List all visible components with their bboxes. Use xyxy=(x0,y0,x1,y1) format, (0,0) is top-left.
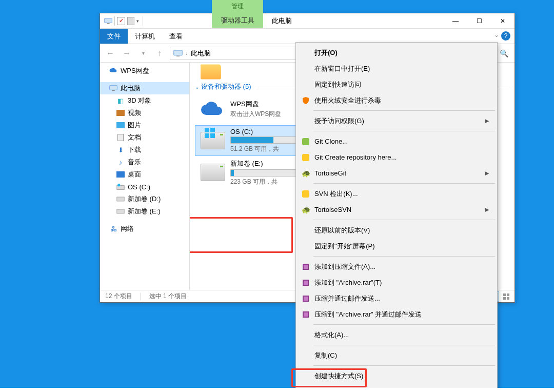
context-menu-label: Git Create repository here... xyxy=(314,153,397,161)
context-menu-item[interactable]: 添加到压缩文件(A)... xyxy=(297,259,496,275)
ribbon-collapse-icon[interactable]: ⌄ xyxy=(494,31,499,38)
drive-usage-bar xyxy=(230,169,302,177)
context-menu-label: 固定到快速访问 xyxy=(314,80,361,89)
context-menu-item[interactable]: 固定到快速访问 xyxy=(297,76,496,92)
cloud-large-icon xyxy=(200,96,226,121)
disk-icon xyxy=(116,207,125,215)
context-menu-item[interactable]: Git Create repository here... xyxy=(297,149,496,165)
context-menu-label: 授予访问权限(G) xyxy=(314,116,364,126)
context-menu-item[interactable]: 🐢TortoiseSVN▶ xyxy=(297,202,496,218)
annotation-highlight-drive xyxy=(190,217,293,253)
context-menu-label: 压缩并通过邮件发送... xyxy=(314,294,380,303)
back-button[interactable]: ← xyxy=(104,47,116,60)
svg-rect-8 xyxy=(117,197,124,201)
help-button[interactable]: ? xyxy=(501,31,510,41)
qat-file-icon[interactable] xyxy=(127,17,134,25)
ribbon-context-tab-manage[interactable]: 驱动器工具 xyxy=(212,0,263,28)
context-menu-label: 还原以前的版本(V) xyxy=(314,226,370,235)
svg-rect-20 xyxy=(503,293,506,296)
sidebar-item[interactable]: ⬇下载 xyxy=(100,144,189,156)
context-menu-item[interactable]: 🐢TortoiseGit▶ xyxy=(297,165,496,181)
ribbon-tab-computer[interactable]: 计算机 xyxy=(128,29,162,44)
taskbar-edge xyxy=(0,388,554,392)
context-menu-item[interactable]: 复制(C) xyxy=(297,347,496,363)
svg-rect-0 xyxy=(105,18,112,23)
svg-rect-1 xyxy=(107,23,109,24)
context-menu: 打开(O)在新窗口中打开(E)固定到快速访问使用火绒安全进行杀毒授予访问权限(G… xyxy=(295,42,498,392)
context-menu-item[interactable]: 压缩并通过邮件发送... xyxy=(297,290,496,306)
ribbon-tab-view[interactable]: 查看 xyxy=(162,29,190,44)
history-chevron[interactable]: ▾ xyxy=(137,47,149,60)
sidebar-item[interactable]: ♪音乐 xyxy=(100,156,189,168)
context-menu-item[interactable]: Git Clone... xyxy=(297,133,496,149)
sidebar-item[interactable]: 新加卷 (D:) xyxy=(100,193,189,205)
sidebar-item[interactable]: 桌面 xyxy=(100,168,189,181)
context-menu-item[interactable]: 固定到"开始"屏幕(P) xyxy=(297,238,496,254)
forward-button[interactable]: → xyxy=(121,47,133,60)
qat-checkbox-icon[interactable]: ✔ xyxy=(117,17,125,25)
minimize-button[interactable]: — xyxy=(444,13,467,29)
up-button[interactable]: ↑ xyxy=(153,47,166,60)
context-menu-item[interactable]: 使用火绒安全进行杀毒 xyxy=(297,92,496,108)
svg-rect-2 xyxy=(174,50,183,55)
rar-icon xyxy=(301,310,310,319)
folder-preview-icon xyxy=(201,65,221,80)
svg-rect-16 xyxy=(210,133,215,138)
sidebar-item[interactable]: 图片 xyxy=(100,119,189,131)
close-button[interactable]: ✕ xyxy=(491,13,515,29)
context-menu-item[interactable]: 添加到 "Archive.rar"(T) xyxy=(297,275,496,290)
sidebar-item[interactable]: 此电脑 xyxy=(100,82,189,94)
search-icon[interactable]: 🔍 xyxy=(497,47,510,60)
cloud-blue-icon xyxy=(109,67,117,75)
ribbon-tab-drive-tools-label: 驱动器工具 xyxy=(221,16,254,25)
sidebar-item[interactable]: 文档 xyxy=(100,131,189,144)
context-menu-item[interactable]: 打开(O) xyxy=(297,45,496,61)
status-selection: 选中 1 个项目 xyxy=(149,292,187,301)
context-menu-label: 压缩到 "Archive.rar" 并通过邮件发送 xyxy=(314,310,422,319)
sidebar-item[interactable]: ◧3D 对象 xyxy=(100,94,189,107)
view-tiles-icon[interactable] xyxy=(501,291,511,302)
pc-icon xyxy=(104,17,112,25)
qat-dropdown-icon[interactable]: ▾ xyxy=(136,18,139,24)
svg-rect-21 xyxy=(507,293,509,296)
rar-icon xyxy=(301,278,310,287)
context-menu-item[interactable]: SVN 检出(K)... xyxy=(297,186,496,202)
context-menu-item[interactable]: 压缩到 "Archive.rar" 并通过邮件发送 xyxy=(297,306,496,322)
pc-icon xyxy=(173,50,183,57)
context-menu-item[interactable]: 创建快捷方式(S) xyxy=(297,368,496,384)
doc-icon xyxy=(116,133,125,142)
breadcrumb-separator: › xyxy=(186,50,188,56)
svn-checkout-icon xyxy=(301,189,310,199)
music-icon: ♪ xyxy=(116,158,125,166)
sidebar-item-label: 下载 xyxy=(128,145,141,154)
context-menu-label: 复制(C) xyxy=(314,351,337,360)
context-menu-separator xyxy=(313,220,495,220)
sidebar-item[interactable]: OS (C:) xyxy=(100,181,189,193)
window-title: 此电脑 xyxy=(272,16,292,26)
sidebar-item-label: 视频 xyxy=(128,108,141,117)
context-menu-label: 固定到"开始"屏幕(P) xyxy=(314,242,375,251)
svg-rect-15 xyxy=(205,133,209,138)
maximize-button[interactable]: ☐ xyxy=(467,13,491,29)
network-icon: 🖧 xyxy=(109,225,117,233)
context-menu-item[interactable]: 在新窗口中打开(E) xyxy=(297,61,496,76)
sidebar-item[interactable]: 新加卷 (E:) xyxy=(100,205,189,218)
breadcrumb-current[interactable]: 此电脑 xyxy=(191,49,211,58)
sidebar-item[interactable]: 🖧网络 xyxy=(100,223,189,235)
context-menu-item[interactable]: 还原以前的版本(V) xyxy=(297,222,496,238)
status-item-count: 12 个项目 xyxy=(105,292,132,301)
context-menu-separator xyxy=(313,365,495,366)
sidebar-item-label: 网络 xyxy=(121,224,134,233)
navigation-pane: WPS网盘此电脑◧3D 对象视频图片文档⬇下载♪音乐桌面OS (C:)新加卷 (… xyxy=(100,63,190,290)
context-menu-item[interactable]: 授予访问权限(G)▶ xyxy=(297,113,496,129)
context-menu-separator xyxy=(313,131,495,131)
context-menu-item[interactable]: 格式化(A)... xyxy=(297,327,496,343)
sidebar-item[interactable]: 视频 xyxy=(100,107,189,119)
svg-rect-13 xyxy=(205,128,209,132)
sidebar-item-label: 桌面 xyxy=(128,170,141,179)
git-clone-icon xyxy=(301,137,310,146)
sidebar-item[interactable]: WPS网盘 xyxy=(100,65,189,77)
context-menu-label: SVN 检出(K)... xyxy=(314,189,358,199)
rar-icon xyxy=(301,262,310,271)
ribbon-tab-file[interactable]: 文件 xyxy=(100,29,128,44)
